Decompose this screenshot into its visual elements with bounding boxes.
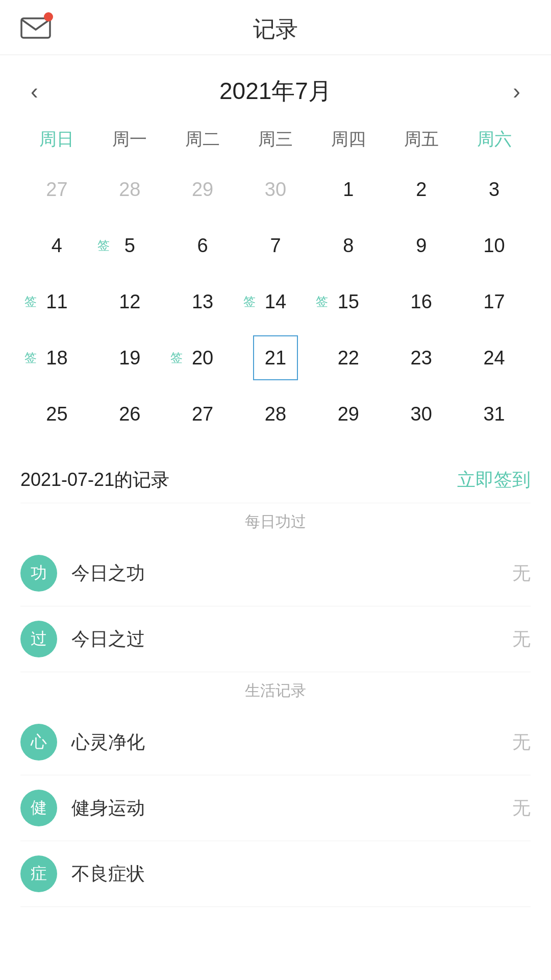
mail-icon [20, 14, 51, 40]
cal-day-4[interactable]: 4 [20, 217, 93, 274]
label-guo: 今日之过 [71, 627, 512, 652]
cal-day-11[interactable]: 签 11 [20, 274, 93, 330]
cal-day-1[interactable]: 1 [312, 161, 385, 217]
list-item-xin[interactable]: 心 心灵净化 无 [20, 709, 531, 775]
cal-day-13[interactable]: 13 [166, 274, 239, 330]
weekday-sun: 周日 [20, 122, 93, 156]
cal-day-19[interactable]: 19 [93, 330, 166, 386]
cal-day-9[interactable]: 9 [385, 217, 458, 274]
weekday-thu: 周四 [312, 122, 385, 156]
cal-day-3[interactable]: 3 [458, 161, 531, 217]
calendar: ‹ 2021年7月 › 周日 周一 周二 周三 周四 周五 周六 27 28 2… [0, 55, 551, 442]
records-date: 2021-07-21的记录 [20, 468, 169, 493]
weekday-mon: 周一 [93, 122, 166, 156]
month-title: 2021年7月 [219, 76, 332, 107]
icon-xin: 心 [20, 724, 57, 761]
prev-month-button[interactable]: ‹ [20, 79, 48, 104]
records-header: 2021-07-21的记录 立即签到 [20, 457, 531, 503]
sign-badge-20: 签 [170, 350, 183, 366]
icon-guo: 过 [20, 621, 57, 657]
weekday-tue: 周二 [166, 122, 239, 156]
cal-day-14[interactable]: 签 14 [239, 274, 312, 330]
value-gong: 无 [512, 561, 531, 586]
svg-rect-0 [21, 18, 50, 38]
cal-day-17[interactable]: 17 [458, 274, 531, 330]
list-item-jian[interactable]: 健 健身运动 无 [20, 775, 531, 841]
sign-badge-5: 签 [97, 237, 110, 254]
icon-jian: 健 [20, 790, 57, 826]
sign-badge-14: 签 [243, 293, 256, 310]
cal-day-6[interactable]: 6 [166, 217, 239, 274]
cal-day-27-prev[interactable]: 27 [20, 161, 93, 217]
sign-badge-11: 签 [24, 293, 37, 310]
records-section: 2021-07-21的记录 立即签到 每日功过 功 今日之功 无 过 今日之过 … [0, 457, 551, 907]
icon-gong: 功 [20, 555, 57, 592]
month-nav: ‹ 2021年7月 › [20, 65, 531, 112]
today-highlight: 21 [253, 335, 298, 380]
weekday-sat: 周六 [458, 122, 531, 156]
sign-badge-18: 签 [24, 350, 37, 366]
sign-badge-15: 签 [316, 293, 328, 310]
value-xin: 无 [512, 730, 531, 755]
cal-day-16[interactable]: 16 [385, 274, 458, 330]
section-daily-label: 每日功过 [20, 503, 531, 541]
cal-day-5[interactable]: 签 5 [93, 217, 166, 274]
cal-day-8[interactable]: 8 [312, 217, 385, 274]
icon-bing: 症 [20, 855, 57, 892]
cal-day-20[interactable]: 签 20 [166, 330, 239, 386]
value-jian: 无 [512, 796, 531, 821]
cal-day-29-prev[interactable]: 29 [166, 161, 239, 217]
page-title: 记录 [253, 14, 298, 44]
cal-day-25[interactable]: 25 [20, 386, 93, 442]
cal-day-30-prev[interactable]: 30 [239, 161, 312, 217]
cal-day-15[interactable]: 签 15 [312, 274, 385, 330]
cal-day-27[interactable]: 27 [166, 386, 239, 442]
weekday-fri: 周五 [385, 122, 458, 156]
cal-day-12[interactable]: 12 [93, 274, 166, 330]
label-jian: 健身运动 [71, 796, 512, 821]
label-bing: 不良症状 [71, 862, 531, 887]
value-guo: 无 [512, 627, 531, 652]
cal-day-18[interactable]: 签 18 [20, 330, 93, 386]
header: 记录 [0, 0, 551, 55]
cal-day-24[interactable]: 24 [458, 330, 531, 386]
cal-day-2[interactable]: 2 [385, 161, 458, 217]
cal-day-31[interactable]: 31 [458, 386, 531, 442]
calendar-grid: 27 28 29 30 1 2 3 4 签 5 6 7 8 9 10 签 11 … [20, 161, 531, 442]
cal-day-28-prev[interactable]: 28 [93, 161, 166, 217]
weekday-wed: 周三 [239, 122, 312, 156]
mail-button[interactable] [20, 14, 51, 40]
cal-day-26[interactable]: 26 [93, 386, 166, 442]
sign-in-button[interactable]: 立即签到 [457, 468, 531, 493]
label-xin: 心灵净化 [71, 730, 512, 755]
mail-badge [44, 12, 53, 21]
weekday-headers: 周日 周一 周二 周三 周四 周五 周六 [20, 122, 531, 156]
next-month-button[interactable]: › [503, 79, 531, 104]
label-gong: 今日之功 [71, 561, 512, 586]
cal-day-21-today[interactable]: 21 [239, 330, 312, 386]
cal-day-7[interactable]: 7 [239, 217, 312, 274]
cal-day-23[interactable]: 23 [385, 330, 458, 386]
list-item-guo[interactable]: 过 今日之过 无 [20, 606, 531, 672]
cal-day-22[interactable]: 22 [312, 330, 385, 386]
list-item-gong[interactable]: 功 今日之功 无 [20, 541, 531, 606]
cal-day-28[interactable]: 28 [239, 386, 312, 442]
section-life-label: 生活记录 [20, 672, 531, 709]
cal-day-10[interactable]: 10 [458, 217, 531, 274]
list-item-bing[interactable]: 症 不良症状 [20, 841, 531, 907]
cal-day-29[interactable]: 29 [312, 386, 385, 442]
cal-day-30[interactable]: 30 [385, 386, 458, 442]
